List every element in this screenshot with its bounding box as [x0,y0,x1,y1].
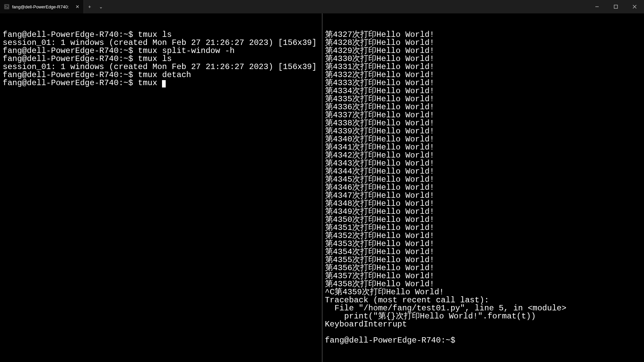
window-titlebar: fang@dell-PowerEdge-R740: ✕ + ⌄ [0,0,644,13]
terminal-body[interactable]: fang@dell-PowerEdge-R740:~$ tmux ls sess… [0,13,644,362]
minimize-button[interactable] [588,0,606,13]
terminal-tab[interactable]: fang@dell-PowerEdge-R740: ✕ [0,0,84,13]
new-tab-button[interactable]: + [84,0,95,13]
tab-title: fang@dell-PowerEdge-R740: [12,4,72,9]
tmux-pane-left[interactable]: fang@dell-PowerEdge-R740:~$ tmux ls sess… [0,13,322,362]
svg-rect-2 [614,5,618,8]
tab-dropdown-button[interactable]: ⌄ [95,0,107,13]
svg-rect-0 [5,5,9,9]
close-window-button[interactable] [625,0,644,13]
tmux-pane-right[interactable]: 第4327次打印Hello World! 第4328次打印Hello World… [322,13,644,362]
maximize-button[interactable] [606,0,625,13]
terminal-icon [4,4,9,9]
tab-close-button[interactable]: ✕ [75,4,79,9]
